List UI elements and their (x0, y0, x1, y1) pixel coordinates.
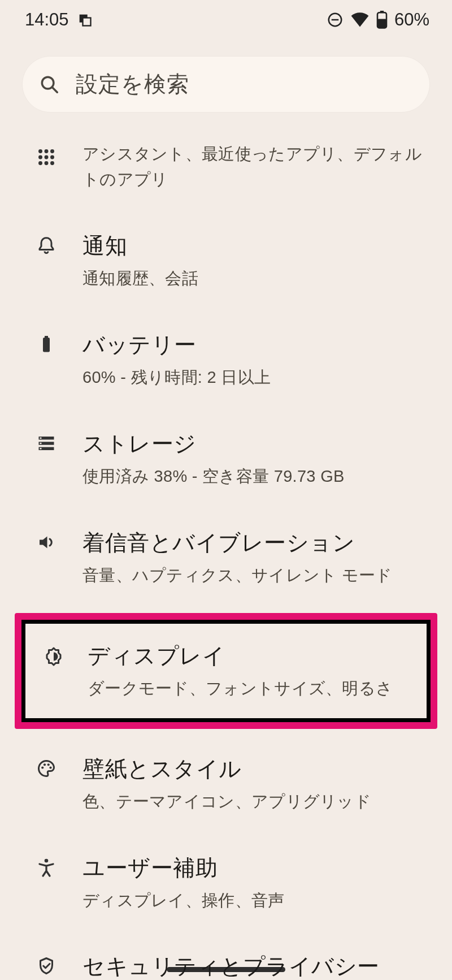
settings-item-display[interactable]: ディスプレイダークモード、フォントサイズ、明るさ (21, 620, 431, 722)
settings-item-security[interactable]: セキュリティとプライバシーアプリのセキュリティ、デバイスのロック、権限 (0, 932, 452, 980)
svg-rect-6 (380, 11, 384, 13)
settings-search[interactable]: 設定を検索 (23, 57, 429, 112)
settings-item-wallpaper[interactable]: 壁紙とスタイル色、テーマアイコン、アプリグリッド (0, 735, 452, 834)
item-title: ストレージ (82, 429, 429, 459)
wifi-icon (350, 12, 370, 28)
item-title: ユーザー補助 (82, 853, 429, 883)
status-left: 14:05 (25, 10, 93, 30)
storage-icon (33, 433, 60, 454)
nav-handle[interactable] (167, 967, 285, 972)
accessibility-icon (33, 857, 60, 878)
item-title: 着信音とバイブレーション (82, 528, 429, 558)
item-subtitle: 使用済み 38% - 空き容量 79.73 GB (82, 464, 429, 489)
settings-item-storage[interactable]: ストレージ使用済み 38% - 空き容量 79.73 GB (0, 409, 452, 508)
item-title: 通知 (82, 231, 429, 261)
brightness-icon (40, 646, 67, 667)
settings-item-accessibility[interactable]: ユーザー補助ディスプレイ、操作、音声 (0, 834, 452, 932)
do-not-disturb-icon (327, 11, 344, 28)
bell-icon (33, 235, 60, 256)
svg-rect-7 (377, 19, 386, 28)
item-subtitle: 通知履歴、会話 (82, 266, 429, 291)
battery-icon (376, 11, 388, 29)
item-subtitle: 60% - 残り時間: 2 日以上 (82, 365, 429, 390)
settings-list: アシスタント、最近使ったアプリ、デフォルトのアプリ通知通知履歴、会話バッテリー6… (0, 122, 452, 980)
sound-icon (33, 532, 60, 552)
highlight-frame: ディスプレイダークモード、フォントサイズ、明るさ (15, 613, 437, 729)
item-subtitle: アシスタント、最近使ったアプリ、デフォルトのアプリ (82, 141, 429, 192)
svg-line-9 (53, 88, 58, 93)
settings-item-apps[interactable]: アシスタント、最近使ったアプリ、デフォルトのアプリ (0, 122, 452, 211)
item-subtitle: 色、テーマアイコン、アプリグリッド (82, 789, 429, 814)
svg-rect-1 (82, 18, 90, 26)
battery-icon (33, 334, 60, 355)
status-right: 60% (327, 10, 429, 30)
item-subtitle: ディスプレイ、操作、音声 (82, 888, 429, 913)
item-subtitle: ダークモード、フォントサイズ、明るさ (88, 676, 411, 701)
search-placeholder: 設定を検索 (76, 69, 189, 100)
shield-icon (33, 956, 60, 976)
settings-item-sound[interactable]: 着信音とバイブレーション音量、ハプティクス、サイレント モード (0, 508, 452, 607)
overlap-windows-icon (77, 12, 93, 28)
item-subtitle: 音量、ハプティクス、サイレント モード (82, 563, 429, 588)
item-title: ディスプレイ (88, 641, 411, 671)
apps-icon (33, 147, 60, 167)
status-bar: 14:05 60% (0, 0, 452, 40)
item-title: 壁紙とスタイル (82, 754, 429, 784)
search-icon (38, 74, 60, 95)
clock: 14:05 (25, 10, 69, 30)
item-title: セキュリティとプライバシー (82, 951, 429, 980)
settings-item-notifications[interactable]: 通知通知履歴、会話 (0, 211, 452, 310)
item-title: バッテリー (82, 330, 429, 360)
battery-percent: 60% (394, 10, 429, 30)
settings-item-battery[interactable]: バッテリー60% - 残り時間: 2 日以上 (0, 310, 452, 409)
palette-icon (33, 758, 60, 779)
